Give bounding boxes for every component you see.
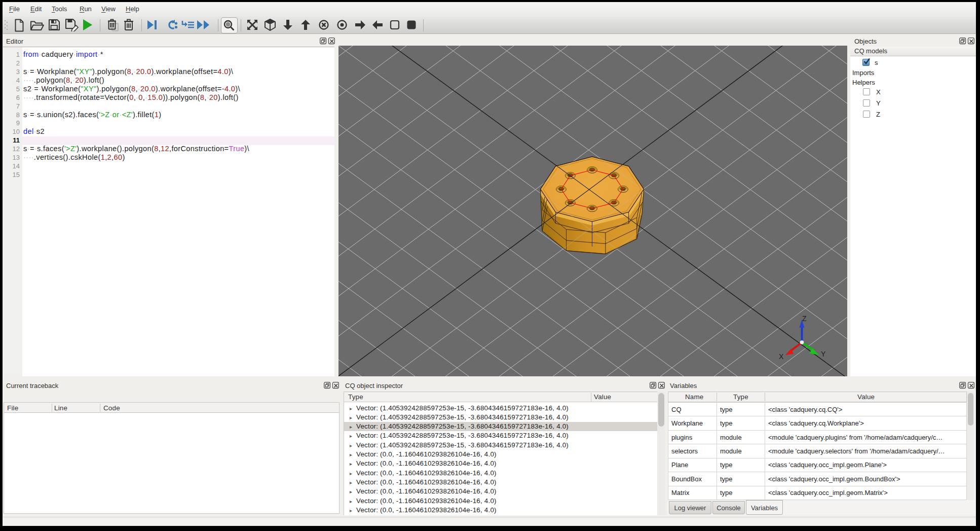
svg-text:X: X	[779, 352, 784, 361]
svg-text:Y: Y	[821, 350, 826, 358]
svg-text:Z: Z	[802, 314, 807, 323]
